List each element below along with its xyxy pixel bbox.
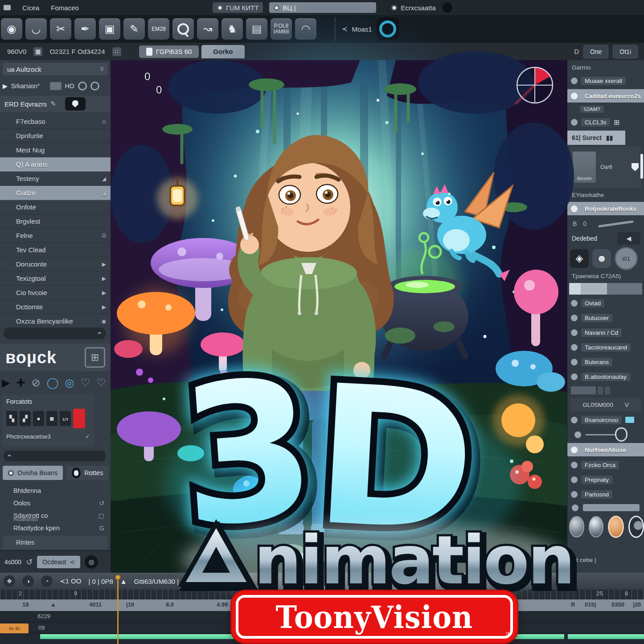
scissors-icon[interactable]: ✂	[50, 18, 71, 40]
layer-item-8[interactable]: FelneG	[0, 229, 111, 243]
property-item-2[interactable]: Sdaxtrott coHssatvuntso▢	[0, 509, 111, 522]
property-item-4[interactable]: Rintes	[3, 536, 108, 549]
rp-row-24[interactable]: NurfoenAbuse	[567, 443, 644, 456]
dock-button[interactable]: D	[574, 48, 579, 55]
rp-row-14[interactable]: Ovtad	[567, 296, 644, 310]
add-icon[interactable]: ✚	[16, 377, 25, 389]
timeline-toolbar-item-1[interactable]: | 0 | 0P8	[88, 578, 113, 585]
audio-track-bar[interactable]	[568, 634, 644, 639]
toggle-dot-icon[interactable]	[571, 359, 578, 365]
slider-tick[interactable]	[605, 386, 610, 394]
preset-thumb-4[interactable]: ᔕ	[60, 411, 71, 426]
half-circle-icon[interactable]: ◑	[22, 575, 34, 587]
viewport-mode-button[interactable]: ГGPi63S 60	[139, 45, 199, 58]
property-item-icon[interactable]: G	[99, 525, 104, 532]
filter-input[interactable]: ◓	[4, 328, 106, 339]
full-slider[interactable]	[572, 503, 640, 513]
preset-thumb-2[interactable]: ●	[33, 411, 44, 426]
rp-row-19[interactable]: B.attootonaulay	[567, 370, 644, 383]
palette-icon[interactable]: ∷	[112, 47, 121, 56]
ring2-icon[interactable]: ◎	[65, 377, 74, 389]
rp-row-16[interactable]: Navann / Cd	[567, 326, 644, 339]
value-gradient-bar[interactable]	[569, 283, 642, 295]
menu-item-2[interactable]: Fomaceo	[51, 4, 79, 12]
note-card-icon[interactable]: ▣	[99, 18, 120, 40]
layer-item-7[interactable]: Brgvlest	[0, 214, 111, 229]
rp-row-8[interactable]: RotjookrateRooks	[567, 202, 644, 215]
preset-check-row[interactable]: Phctrcxeacetse3 ✓	[6, 433, 90, 440]
full-slider-bar[interactable]	[583, 504, 640, 511]
toggle-dot-icon[interactable]	[571, 205, 578, 212]
toggle-dot-icon[interactable]	[571, 373, 578, 380]
pen-circle-icon[interactable]: ⊘	[32, 377, 41, 389]
heart2-icon[interactable]: ♡	[96, 377, 106, 389]
rp-mini-row[interactable]: B0	[567, 217, 644, 230]
layer-source-row[interactable]: ▶ Srkarsion° HO	[0, 79, 111, 93]
toggle-dot-icon[interactable]	[571, 78, 578, 84]
layer-item-11[interactable]: Texizgtoal▶	[0, 271, 111, 286]
layer-item-0[interactable]: F7ecbaso◇	[0, 115, 111, 129]
color-swatch[interactable]	[50, 82, 62, 90]
toggle-dot-icon[interactable]	[571, 344, 578, 351]
property-item-3[interactable]: Rfaotlydce kpenG	[0, 522, 111, 534]
quarter-circle-icon[interactable]: ◔	[41, 575, 53, 587]
material-thumb[interactable]: deconn	[573, 152, 596, 183]
rp-row-25[interactable]: Fzcko Orca	[567, 458, 644, 472]
property-item-icon[interactable]: ↺	[99, 500, 104, 507]
playhead-knob[interactable]	[115, 574, 121, 580]
toggle-dot-icon[interactable]	[571, 300, 578, 307]
heart-icon[interactable]: ♡	[81, 377, 90, 389]
undo-icon[interactable]: ↺	[26, 557, 33, 567]
rp-row-1[interactable]: Muaae xxerall	[567, 74, 644, 87]
search-field[interactable]: ГUM КИТТ	[213, 2, 263, 13]
layer-item-12[interactable]: Cio hvcoie▶	[0, 286, 111, 300]
rp-subheader-5[interactable]: 61| Surect▮▮	[567, 131, 625, 145]
collapsed-bar[interactable]: ◓	[4, 451, 106, 461]
arc-icon[interactable]: ◡	[25, 18, 47, 40]
rp-row-4[interactable]: CLCL3s⊞	[567, 115, 644, 129]
orange-clip[interactable]: 4o 4o	[0, 623, 29, 633]
toggle-dot-icon[interactable]	[571, 462, 578, 468]
mode-button-secondary[interactable]: Rottes	[66, 466, 108, 480]
property-item-1[interactable]: Oolos↺	[0, 497, 111, 509]
toggle-circle-icon[interactable]	[78, 82, 87, 90]
toggle-dot-icon[interactable]	[571, 329, 578, 336]
bezier-pen-icon[interactable]: ✒	[74, 18, 96, 40]
property-item-icon[interactable]: ▢	[98, 512, 104, 519]
rp-row-icon[interactable]: ⊞	[614, 118, 619, 127]
slider-fill[interactable]	[571, 386, 596, 394]
rp-row-26[interactable]: Prepnaty	[567, 473, 644, 486]
footer-round-button[interactable]: ◍	[85, 555, 98, 569]
toggle-dot-icon[interactable]	[571, 315, 578, 321]
mode-button-primary[interactable]: Ovisha Boans	[3, 466, 63, 480]
toggle-dot-icon[interactable]	[571, 491, 578, 498]
rp-button-row-10[interactable]: Dedebed◀	[567, 230, 644, 246]
layer-item-4[interactable]: Testeny◢	[0, 172, 111, 186]
brush-tool-icon[interactable]: ❖	[4, 575, 15, 587]
account-button[interactable]	[443, 3, 452, 12]
diamond-tool-icon[interactable]: ◈	[570, 249, 589, 268]
panel-tab-one[interactable]: Oпe	[583, 45, 608, 58]
preset-thumb-3[interactable]: ◙	[46, 411, 57, 426]
slider-line[interactable]	[598, 220, 634, 227]
layer-item-13[interactable]: Dcttomte▶	[0, 300, 111, 314]
color-swatch[interactable]	[625, 417, 634, 423]
curve-icon[interactable]: ↝	[197, 18, 218, 40]
pencil-icon[interactable]: ✎	[123, 18, 145, 40]
rp-row-15[interactable]: Butucoer	[567, 311, 644, 324]
orange-sphere-button[interactable]	[608, 516, 624, 538]
panel-tab-two[interactable]: Ot1i	[613, 45, 638, 58]
layer-item-6[interactable]: Onfote	[0, 200, 111, 214]
search-icon[interactable]	[172, 18, 194, 40]
toggle-dot-icon[interactable]	[571, 119, 578, 126]
rp-row-2[interactable]: Caddad eureurco2s	[567, 89, 644, 103]
rp-row-22[interactable]: Bsanoircnoo	[567, 413, 644, 427]
knob-handle[interactable]	[615, 427, 628, 442]
slider-tick[interactable]	[598, 386, 603, 394]
preset-thumb-0[interactable]: ▚	[6, 411, 17, 426]
shiny-sphere-button[interactable]	[589, 516, 604, 537]
scrollbar-thumb[interactable]	[640, 154, 643, 179]
layer-item-5[interactable]: Gudze◢	[0, 186, 111, 200]
toggle-dot-icon[interactable]	[571, 447, 578, 453]
playhead-primary[interactable]	[117, 576, 119, 644]
